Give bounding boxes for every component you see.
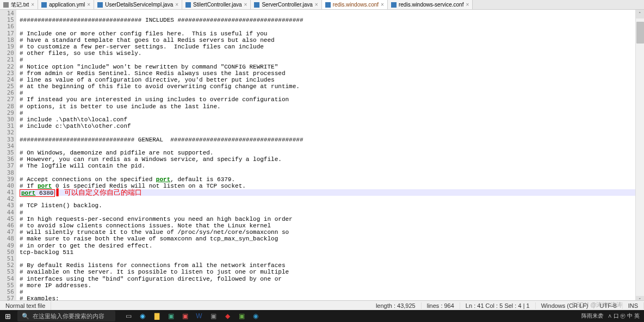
app-icon-4[interactable]: ◆ [221, 311, 234, 321]
status-position: Ln : 41 Col : 5 Sel : 4 | 1 [460, 302, 536, 309]
status-eol: Windows (CR LF) [536, 302, 595, 309]
file-icon [41, 2, 47, 8]
task-view-icon[interactable]: ▭ [122, 311, 135, 321]
tab-bar: 笔记.txt×application.yml×UserDetailsServic… [0, 0, 644, 10]
taskbar-apps: ▭ ◉ ▇ ▣ ▣ W ▣ ◆ ▣ ◉ [122, 311, 262, 321]
search-icon: 🔍 [22, 313, 29, 320]
tab-stilertcontroller-java[interactable]: StilertController.java× [182, 0, 251, 9]
app-icon-1[interactable]: ▣ [164, 311, 177, 321]
tab----txt[interactable]: 笔记.txt× [0, 0, 38, 9]
edge-icon[interactable]: ◉ [136, 311, 149, 321]
tab-application-yml[interactable]: application.yml× [38, 0, 94, 9]
explorer-icon[interactable]: ▇ [150, 311, 163, 321]
tray-icons[interactable]: ∧ 口 ㊥ 中 英 [608, 312, 640, 320]
file-icon [325, 2, 331, 8]
search-placeholder: 在这里输入你要搜索的内容 [33, 312, 104, 320]
file-icon [391, 2, 397, 8]
scroll-up-button[interactable]: ˄ [636, 10, 644, 18]
file-icon [254, 2, 259, 8]
tab-redis-windows-service-conf[interactable]: redis.windows-service.conf× [388, 0, 473, 9]
file-icon [185, 2, 191, 8]
code-editor[interactable]: ################################## INCLU… [16, 10, 644, 305]
app-icon-3[interactable]: ▣ [207, 311, 220, 321]
vertical-scrollbar[interactable]: ˄ ˅ [635, 10, 644, 305]
start-button[interactable]: ⊞ [0, 310, 15, 322]
status-length: length : 43,925 [370, 302, 422, 309]
tab-redis-windows-conf[interactable]: redis.windows.conf× [322, 0, 388, 9]
system-tray[interactable]: 阵雨来袭 ∧ 口 ㊥ 中 英 [581, 312, 644, 320]
scrollbar-thumb[interactable] [636, 22, 644, 44]
file-icon [97, 2, 103, 8]
close-icon[interactable]: × [244, 2, 247, 8]
app-icon-2[interactable]: ▣ [178, 311, 191, 321]
tab-userdetailsserviceimpl-java[interactable]: UserDetailsServiceImpl.java× [94, 0, 182, 9]
close-icon[interactable]: × [31, 2, 34, 8]
app-icon-5[interactable]: ▣ [235, 311, 248, 321]
tab-servercontroller-java[interactable]: ServerController.java× [251, 0, 321, 9]
weather-widget[interactable]: 阵雨来袭 [581, 312, 603, 320]
status-lines: lines : 964 [422, 302, 460, 309]
windows-taskbar: ⊞ 🔍 在这里输入你要搜索的内容 ▭ ◉ ▇ ▣ ▣ W ▣ ◆ ▣ ◉ 阵雨来… [0, 310, 644, 322]
word-icon[interactable]: W [193, 311, 206, 321]
close-icon[interactable]: × [315, 2, 318, 8]
close-icon[interactable]: × [87, 2, 90, 8]
status-mode: INS [623, 302, 644, 309]
app-icon-6[interactable]: ◉ [249, 311, 262, 321]
close-icon[interactable]: × [175, 2, 178, 8]
editor-area: 1415161718192021222324252627282930313233… [0, 10, 644, 305]
status-filetype: Normal text file [0, 301, 51, 310]
line-number-gutter: 1415161718192021222324252627282930313233… [0, 10, 16, 305]
status-bar: Normal text file length : 43,925 lines :… [0, 300, 644, 310]
close-icon[interactable]: × [466, 2, 469, 8]
close-icon[interactable]: × [381, 2, 384, 8]
status-encoding: UTF-8 [594, 302, 622, 309]
taskbar-search[interactable]: 🔍 在这里输入你要搜索的内容 [17, 311, 115, 321]
file-icon [3, 2, 9, 8]
